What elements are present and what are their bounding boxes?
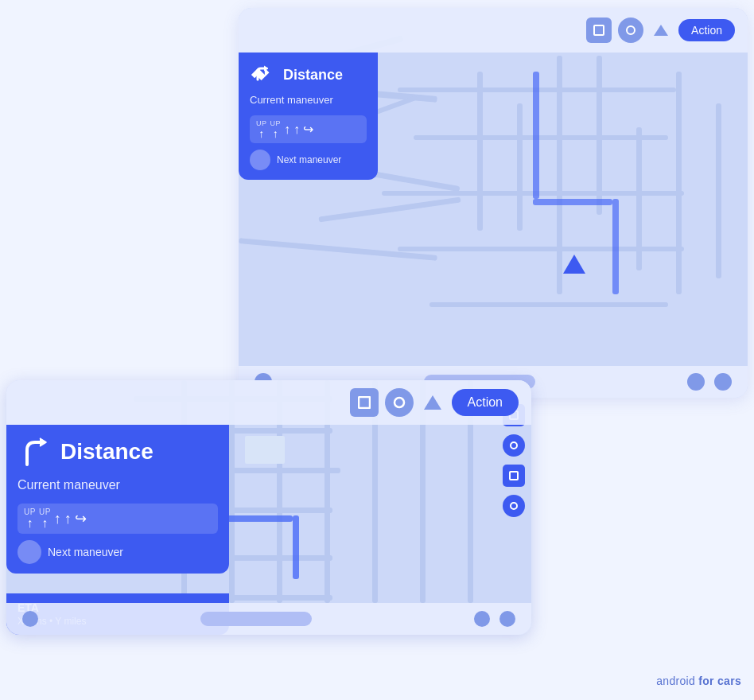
small-card-bottom-left-dots (22, 611, 38, 627)
small-next-dot (17, 540, 41, 564)
lane-2: UP ↑ (270, 119, 282, 139)
svg-rect-0 (594, 25, 604, 35)
large-card: Action Distance Current maneuver UP ↑ UP… (239, 8, 748, 398)
small-card-distance: Distance (60, 439, 154, 465)
bottom-dot-2 (687, 373, 705, 391)
small-next-text: Next maneuver (48, 546, 123, 558)
small-card-action-button[interactable]: Action (452, 389, 519, 416)
large-card-triangle-btn[interactable] (650, 19, 672, 41)
svg-rect-7 (359, 397, 370, 408)
small-card: Action Distance Current maneuver UP ↑ UP… (6, 380, 531, 635)
large-card-maneuver: Current maneuver (250, 94, 367, 107)
large-card-distance: Distance (283, 67, 343, 84)
lane-4: ↑ (293, 122, 300, 136)
lane-3: ↑ (284, 122, 290, 136)
svg-point-6 (511, 503, 517, 509)
large-card-action-button[interactable]: Action (678, 19, 735, 41)
small-card-triangle-btn[interactable] (420, 390, 445, 415)
small-card-next-maneuver: Next maneuver (17, 540, 218, 564)
large-card-circle-btn[interactable] (618, 18, 643, 43)
svg-point-4 (511, 442, 517, 449)
small-card-maneuver: Current maneuver (17, 477, 218, 494)
large-card-lanes: UP ↑ UP ↑ ↑ ↑ ↪ (250, 115, 367, 143)
small-bottom-dot-2 (474, 611, 490, 627)
svg-marker-2 (654, 25, 668, 36)
next-maneuver-dot (250, 150, 270, 170)
small-card-side-square-2[interactable] (503, 465, 525, 487)
lane-5: ↪ (303, 122, 313, 136)
small-card-bottom-bar (6, 603, 531, 635)
large-card-nav-panel: Distance Current maneuver UP ↑ UP ↑ ↑ ↑ (239, 52, 378, 180)
small-card-nav-panel: Distance Current maneuver UP ↑ UP ↑ ↑ ↑ (6, 425, 229, 574)
svg-point-8 (394, 398, 404, 407)
lane-1: UP ↑ (256, 119, 267, 139)
large-card-square-btn[interactable] (586, 18, 612, 43)
small-lane-2: UP ↑ (39, 508, 51, 530)
svg-rect-5 (510, 472, 518, 480)
small-lane-3: ↑ (54, 511, 61, 526)
svg-marker-9 (424, 395, 441, 410)
svg-point-1 (627, 26, 635, 34)
next-maneuver-text: Next maneuver (277, 154, 341, 165)
large-card-turn-icon (250, 62, 275, 88)
large-card-toolbar-icons: Action (586, 18, 735, 43)
large-card-bottom-right-dots (687, 373, 732, 391)
small-lane-4: ↑ (64, 511, 72, 526)
small-bottom-dot-1 (22, 611, 38, 627)
bottom-dot-3 (714, 373, 732, 391)
brand-text: android for cars (656, 675, 741, 687)
small-bottom-dot-3 (499, 611, 515, 627)
small-lane-1: UP ↑ (24, 508, 36, 530)
small-card-side-circle-2[interactable] (503, 495, 525, 517)
small-card-turn-icon (17, 434, 52, 469)
small-card-lanes: UP ↑ UP ↑ ↑ ↑ ↪ (17, 504, 218, 534)
small-card-circle-btn[interactable] (385, 388, 414, 417)
small-card-bottom-pill (200, 612, 312, 626)
small-card-square-btn[interactable] (350, 388, 379, 417)
small-lane-5: ↪ (75, 511, 87, 526)
small-card-top-bar: Action (6, 380, 531, 425)
large-card-next-maneuver: Next maneuver (250, 150, 367, 170)
small-card-side-circle-1[interactable] (503, 434, 525, 457)
small-card-toolbar-icons: Action (350, 388, 519, 417)
large-card-top-bar: Action (239, 8, 748, 52)
small-card-bottom-right-dots (474, 611, 515, 627)
